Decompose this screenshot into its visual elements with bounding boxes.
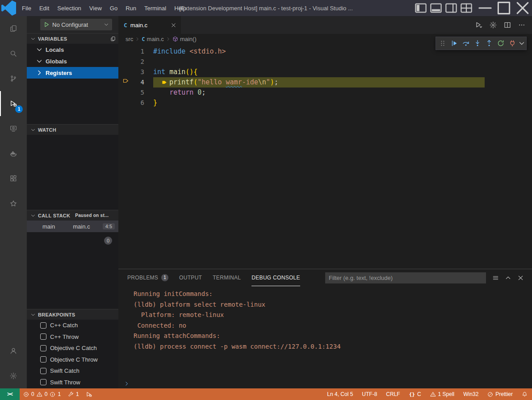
debug-sidebar: No Configurat VARIABLES LocalsGlobalsReg… [27, 16, 118, 388]
toolbar-step-over-icon[interactable] [460, 37, 472, 50]
code-line-2[interactable]: 2 [118, 57, 532, 67]
customize-layout-icon[interactable] [460, 2, 473, 14]
activity-remote-explorer-icon[interactable] [0, 116, 27, 141]
breakpoint-c-throw[interactable]: C++ Throw [27, 331, 118, 343]
toolbar-restart-icon[interactable] [495, 37, 507, 50]
editor-action-play-dropdown-icon[interactable] [473, 19, 485, 31]
breakpoint-objective-c-catch[interactable]: Objective C Catch [27, 342, 118, 354]
activity-docker-icon[interactable] [0, 141, 27, 166]
code-editor[interactable]: 1#include <stdio.h>23int main(){4 printf… [118, 44, 532, 269]
chevron-down-icon [518, 40, 525, 47]
console-line: Running initCommands: [134, 289, 532, 300]
activity-settings-icon[interactable] [0, 363, 27, 388]
panel-tab-problems[interactable]: PROBLEMS1 [127, 269, 168, 286]
breadcrumb-file[interactable]: main.c [147, 36, 164, 42]
encoding-status[interactable]: UTF-8 [357, 388, 381, 400]
editor-action-gear-icon[interactable] [487, 19, 499, 31]
problems-status[interactable]: 0 0 1 [20, 388, 64, 400]
tab-main-c[interactable]: C main.c [118, 16, 181, 34]
glyph-margin[interactable] [118, 57, 134, 67]
activity-extensions-icon[interactable] [0, 166, 27, 191]
spell-status[interactable]: 1 Spell [426, 388, 459, 400]
close-panel-icon[interactable] [517, 275, 524, 281]
toolbar-continue-icon[interactable] [448, 37, 460, 50]
checkbox[interactable] [40, 379, 46, 385]
menu-edit[interactable]: Edit [35, 0, 53, 16]
cursor-position[interactable]: Ln 4, Col 5 [323, 388, 357, 400]
code-token: "hello [197, 77, 226, 88]
menu-terminal[interactable]: Terminal [140, 0, 170, 16]
toolbar-chevron-down-icon[interactable] [518, 37, 525, 50]
breakpoint-swift-throw[interactable]: Swift Throw [27, 377, 118, 388]
menu-go[interactable]: Go [106, 0, 121, 16]
menu-run[interactable]: Run [121, 0, 140, 16]
code-line-4[interactable]: 4 printf("hello wamr-ide\n"); [118, 77, 532, 88]
toolbar-step-out-icon[interactable] [483, 37, 495, 50]
checkbox[interactable] [40, 333, 46, 340]
panel-tab-debug-console[interactable]: DEBUG CONSOLE [251, 269, 300, 286]
variables-group-globals[interactable]: Globals [27, 55, 118, 67]
code-line-6[interactable]: 6} [118, 98, 532, 108]
menu-view[interactable]: View [85, 0, 106, 16]
panel-menu-icon[interactable] [492, 275, 499, 281]
maximize-panel-icon[interactable] [505, 275, 511, 281]
glyph-margin[interactable] [118, 77, 134, 88]
activity-files-icon[interactable] [0, 16, 27, 41]
breakpoints-section-header[interactable]: BREAKPOINTS [27, 309, 118, 320]
toolbar-disconnect-icon[interactable] [507, 37, 518, 50]
code-line-3[interactable]: 3int main(){ [118, 67, 532, 77]
copy-icon[interactable] [110, 36, 116, 42]
eol-status[interactable]: CRLF [381, 388, 404, 400]
activity-debug-icon[interactable]: 1 [0, 91, 27, 116]
remote-indicator[interactable]: >< [0, 388, 20, 400]
glyph-margin[interactable] [118, 98, 134, 108]
activity-account-icon[interactable] [0, 338, 27, 363]
breakpoint-objective-c-throw[interactable]: Objective C Throw [27, 354, 118, 366]
platform-status[interactable]: Win32 [459, 388, 483, 400]
breakpoint-c-catch[interactable]: C++ Catch [27, 320, 118, 331]
panel-tab-output[interactable]: OUTPUT [179, 269, 202, 286]
panel-tab-terminal[interactable]: TERMINAL [213, 269, 241, 286]
activity-star-icon[interactable] [0, 191, 27, 216]
toggle-panel-icon[interactable] [429, 2, 443, 14]
editor-action-more-icon[interactable] [516, 19, 528, 31]
debug-config-dropdown[interactable]: No Configurat [40, 19, 112, 30]
debug-console-input[interactable] [118, 379, 532, 388]
breadcrumb-folder[interactable]: src [126, 36, 133, 42]
close-tab-icon[interactable] [171, 22, 176, 28]
maximize-button[interactable] [494, 0, 513, 16]
variables-group-registers[interactable]: Registers [27, 67, 118, 79]
callstack-section-header[interactable]: CALL STACK Paused on st... [27, 210, 118, 221]
editor-action-split-editor-icon[interactable] [502, 19, 513, 31]
debug-status[interactable] [83, 388, 96, 400]
menu-file[interactable]: File [18, 0, 35, 16]
toolbar-step-into-icon[interactable] [472, 37, 483, 50]
minimize-button[interactable] [476, 0, 494, 16]
breakpoint-swift-catch[interactable]: Swift Catch [27, 365, 118, 377]
checkbox[interactable] [40, 368, 46, 374]
language-status[interactable]: {} C [405, 388, 426, 400]
breadcrumb-symbol[interactable]: main() [180, 36, 197, 42]
toolbar-grip-icon[interactable] [437, 37, 448, 50]
checkbox[interactable] [40, 345, 46, 351]
checkbox[interactable] [40, 322, 46, 329]
toggle-secondary-sidebar-icon[interactable] [444, 2, 458, 14]
variables-section-header[interactable]: VARIABLES [27, 33, 118, 44]
formatter-status[interactable]: Prettier [483, 388, 517, 400]
tools-status[interactable]: 1 [64, 388, 83, 400]
variables-group-locals[interactable]: Locals [27, 44, 118, 55]
glyph-margin[interactable] [118, 88, 134, 98]
glyph-margin[interactable] [118, 67, 134, 77]
close-button[interactable] [513, 0, 532, 16]
glyph-margin[interactable] [118, 46, 134, 57]
toggle-sidebar-icon[interactable] [414, 2, 427, 14]
console-filter-input[interactable] [325, 272, 486, 283]
checkbox[interactable] [40, 356, 46, 362]
activity-source-control-icon[interactable] [0, 66, 27, 91]
stack-frame-row[interactable]: main main.c 4:5 [27, 221, 118, 232]
watch-section-header[interactable]: WATCH [27, 124, 118, 135]
activity-search-icon[interactable] [0, 41, 27, 66]
code-line-5[interactable]: 5 return 0; [118, 88, 532, 98]
menu-selection[interactable]: Selection [53, 0, 85, 16]
notifications-bell[interactable] [517, 388, 532, 400]
